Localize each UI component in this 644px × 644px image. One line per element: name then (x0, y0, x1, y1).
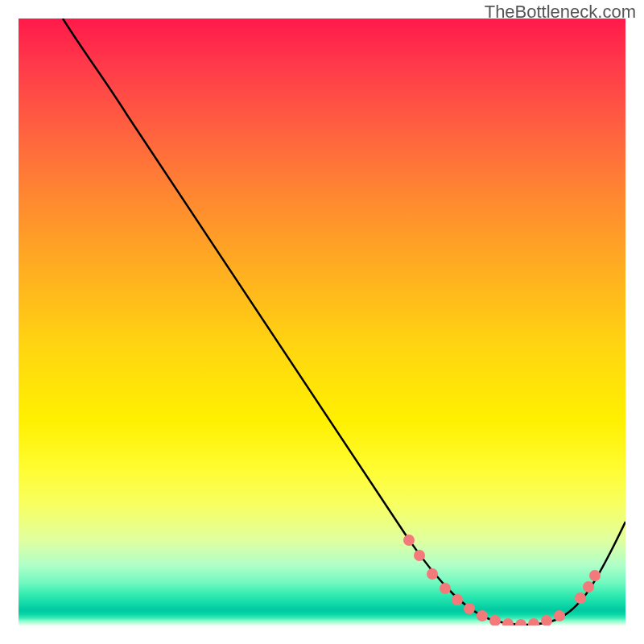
gradient-background (19, 19, 625, 625)
watermark-text: TheBottleneck.com (485, 2, 636, 23)
chart-container: TheBottleneck.com (0, 0, 644, 644)
